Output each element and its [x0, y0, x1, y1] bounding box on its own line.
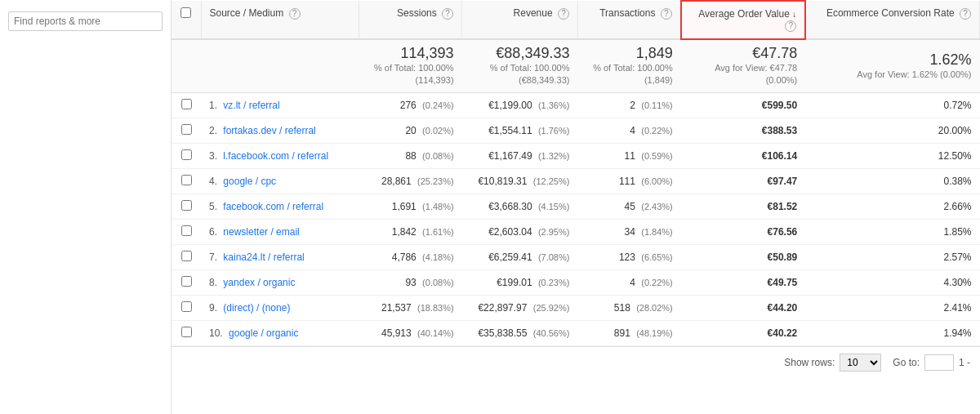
source-medium-link[interactable]: vz.lt / referral [223, 100, 279, 111]
row-number: 8. [209, 277, 217, 288]
show-rows-select[interactable]: 10 25 50 100 [840, 354, 881, 372]
table-row: 6. newsletter / email 1,842 (1.61%) €2,6… [172, 219, 980, 244]
row-checkbox[interactable] [181, 251, 192, 261]
row-ecommerce-rate-cell: 12.50% [805, 143, 979, 168]
select-all-checkbox[interactable] [180, 7, 191, 18]
source-medium-link[interactable]: l.facebook.com / referral [223, 150, 328, 162]
row-avg-order-cell: €106.14 [681, 143, 805, 168]
row-revenue-cell: €6,259.41 (7.08%) [462, 244, 578, 269]
row-source-cell: 7. kaina24.lt / referral [201, 244, 359, 269]
source-medium-link[interactable]: google / organic [229, 327, 298, 339]
row-ecommerce-rate-cell: 0.38% [805, 168, 979, 194]
row-source-cell: 3. l.facebook.com / referral [201, 143, 359, 168]
row-checkbox[interactable] [181, 175, 192, 185]
sidebar: Reverse Goal Path Funnel Visualization G… [0, 0, 172, 414]
source-medium-help-icon[interactable]: ? [289, 8, 301, 20]
page-info: 1 - [959, 357, 970, 368]
row-checkbox[interactable] [181, 124, 192, 135]
row-transactions-cell: 11 (0.59%) [577, 143, 680, 168]
transactions-label: Transactions [599, 7, 655, 19]
row-checkbox-cell [172, 118, 201, 143]
search-input[interactable] [8, 11, 163, 31]
source-medium-link[interactable]: google / cpc [223, 176, 276, 187]
transactions-help-icon[interactable]: ? [661, 8, 672, 20]
row-ecommerce-rate-cell: 1.94% [805, 320, 979, 345]
row-avg-order-cell: €81.52 [681, 194, 805, 219]
summary-transactions-main: 1,849 [586, 45, 672, 62]
row-checkbox[interactable] [181, 200, 192, 211]
row-sessions-cell: 1,691 (1.48%) [359, 194, 461, 219]
table-row: 9. (direct) / (none) 21,537 (18.83%) €22… [172, 295, 980, 320]
row-ecommerce-rate-cell: 1.85% [805, 219, 979, 244]
table-row: 1. vz.lt / referral 276 (0.24%) €1,199.0… [172, 92, 980, 118]
row-sessions-cell: 20 (0.02%) [359, 118, 461, 143]
show-rows-label: Show rows: [784, 357, 835, 368]
row-checkbox-cell [172, 194, 201, 219]
row-checkbox[interactable] [181, 149, 192, 160]
source-medium-link[interactable]: newsletter / email [223, 226, 299, 238]
summary-sessions-cell: 114,393 % of Total: 100.00%(114,393) [359, 39, 461, 92]
ecommerce-rate-help-icon[interactable]: ? [960, 8, 971, 20]
transactions-header: Transactions ? [577, 1, 680, 39]
row-avg-order-cell: €97.47 [681, 168, 805, 194]
row-revenue-cell: €1,554.11 (1.76%) [462, 118, 578, 143]
row-checkbox[interactable] [181, 276, 192, 287]
row-ecommerce-rate-cell: 2.41% [805, 295, 979, 320]
row-transactions-cell: 123 (6.65%) [577, 244, 680, 269]
table-row: 2. fortakas.dev / referral 20 (0.02%) €1… [172, 118, 980, 143]
row-sessions-cell: 276 (0.24%) [359, 92, 461, 118]
table-row: 5. facebook.com / referral 1,691 (1.48%)… [172, 194, 980, 219]
summary-revenue-sub: % of Total: 100.00%(€88,349.33) [470, 62, 570, 87]
row-avg-order-cell: €599.50 [681, 92, 805, 118]
summary-checkbox-cell [172, 39, 201, 92]
source-medium-link[interactable]: facebook.com / referral [223, 201, 323, 212]
row-revenue-cell: €199.01 (0.23%) [462, 269, 578, 295]
avg-order-value-header[interactable]: Average Order Value ↓ ? [681, 1, 805, 39]
row-checkbox[interactable] [181, 327, 192, 337]
row-avg-order-cell: €40.22 [681, 320, 805, 345]
table-row: 10. google / organic 45,913 (40.14%) €35… [172, 320, 980, 345]
sessions-label: Sessions [397, 7, 437, 19]
avg-order-value-label: Average Order Value [698, 8, 790, 20]
row-ecommerce-rate-cell: 2.57% [805, 244, 979, 269]
row-revenue-cell: €22,897.97 (25.92%) [462, 295, 578, 320]
table-header-row: Source / Medium ? Sessions ? Revenue ? T… [172, 1, 980, 39]
summary-source-cell [201, 39, 359, 92]
source-medium-label: Source / Medium [210, 7, 284, 19]
row-checkbox-cell [172, 143, 201, 168]
row-checkbox-cell [172, 320, 201, 345]
source-medium-link[interactable]: fortakas.dev / referral [223, 125, 315, 136]
summary-avg-order-sub: Avg for View: €47.78(0.00%) [689, 62, 797, 87]
row-checkbox[interactable] [181, 99, 192, 109]
row-sessions-cell: 88 (0.08%) [359, 143, 461, 168]
row-source-cell: 4. google / cpc [201, 168, 359, 194]
summary-transactions-cell: 1,849 % of Total: 100.00%(1,849) [577, 39, 680, 92]
row-revenue-cell: €3,668.30 (4.15%) [462, 194, 578, 219]
row-checkbox-cell [172, 244, 201, 269]
revenue-help-icon[interactable]: ? [558, 8, 569, 20]
go-to-label: Go to: [893, 357, 920, 368]
row-number: 3. [209, 150, 217, 162]
source-medium-link[interactable]: kaina24.lt / referral [223, 252, 304, 263]
row-checkbox[interactable] [181, 301, 192, 312]
row-transactions-cell: 4 (0.22%) [577, 118, 680, 143]
source-medium-link[interactable]: (direct) / (none) [223, 302, 290, 314]
source-medium-link[interactable]: yandex / organic [223, 277, 295, 288]
row-avg-order-cell: €76.56 [681, 219, 805, 244]
go-to-input[interactable]: 1 [924, 354, 954, 371]
row-sessions-cell: 21,537 (18.83%) [359, 295, 461, 320]
row-number: 9. [209, 302, 217, 314]
ecommerce-rate-label: Ecommerce Conversion Rate [826, 7, 955, 19]
summary-avg-order-main: €47.78 [689, 45, 797, 62]
row-transactions-cell: 45 (2.43%) [577, 194, 680, 219]
row-revenue-cell: €35,838.55 (40.56%) [462, 320, 578, 345]
table-row: 4. google / cpc 28,861 (25.23%) €10,819.… [172, 168, 980, 194]
summary-revenue-main: €88,349.33 [470, 45, 570, 62]
row-checkbox[interactable] [181, 225, 192, 236]
row-sessions-cell: 4,786 (4.18%) [359, 244, 461, 269]
sessions-help-icon[interactable]: ? [442, 8, 453, 20]
ecommerce-rate-header: Ecommerce Conversion Rate ? [805, 1, 979, 39]
row-transactions-cell: 34 (1.84%) [577, 219, 680, 244]
avg-order-help-icon[interactable]: ? [785, 20, 796, 32]
table-footer: Show rows: 10 25 50 100 Go to: 1 1 - [172, 346, 980, 378]
